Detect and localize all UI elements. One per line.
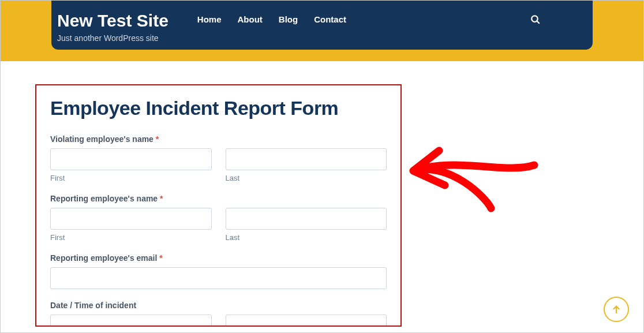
label-text: Reporting employee's email bbox=[50, 253, 157, 263]
reporting-email-input[interactable] bbox=[50, 267, 387, 289]
header-accent-bar: New Test Site Just another WordPress sit… bbox=[1, 1, 643, 61]
violating-first-input[interactable] bbox=[50, 148, 212, 170]
search-icon bbox=[530, 14, 541, 25]
site-title: New Test Site bbox=[57, 11, 169, 30]
reporting-first-input[interactable] bbox=[50, 208, 212, 230]
violating-name-group: Violating employee's name * First Last bbox=[50, 134, 387, 182]
site-tagline: Just another WordPress site bbox=[57, 33, 169, 43]
navbar: New Test Site Just another WordPress sit… bbox=[51, 1, 593, 50]
nav-about[interactable]: About bbox=[238, 14, 263, 24]
nav-blog[interactable]: Blog bbox=[279, 14, 298, 24]
incident-date-input[interactable] bbox=[50, 315, 212, 327]
form-title: Employee Incident Report Form bbox=[50, 97, 387, 119]
nav-home[interactable]: Home bbox=[197, 14, 222, 24]
reporting-name-label: Reporting employee's name * bbox=[50, 194, 387, 203]
sublabel-last: Last bbox=[226, 233, 387, 242]
incident-form: Employee Incident Report Form Violating … bbox=[35, 84, 402, 327]
arrow-up-icon bbox=[611, 304, 621, 315]
datetime-label: Date / Time of incident bbox=[50, 301, 387, 310]
sublabel-first: First bbox=[50, 233, 212, 242]
sublabel-last: Last bbox=[226, 174, 387, 182]
datetime-group: Date / Time of incident bbox=[50, 301, 387, 327]
reporting-email-label: Reporting employee's email * bbox=[50, 253, 387, 263]
incident-time-input[interactable] bbox=[226, 315, 387, 327]
reporting-last-input[interactable] bbox=[226, 208, 387, 230]
required-marker: * bbox=[156, 134, 159, 144]
nav-contact[interactable]: Contact bbox=[314, 14, 346, 24]
svg-line-1 bbox=[537, 21, 540, 24]
svg-point-0 bbox=[531, 16, 538, 22]
sublabel-first: First bbox=[50, 174, 212, 182]
violating-last-input[interactable] bbox=[226, 148, 387, 170]
search-toggle[interactable] bbox=[530, 14, 541, 27]
annotation-arrow-icon bbox=[405, 133, 543, 226]
violating-name-label: Violating employee's name * bbox=[50, 134, 387, 144]
required-marker: * bbox=[159, 253, 162, 263]
label-text: Violating employee's name bbox=[50, 134, 153, 144]
site-brand[interactable]: New Test Site Just another WordPress sit… bbox=[57, 11, 169, 43]
required-marker: * bbox=[160, 194, 163, 203]
scroll-to-top-button[interactable] bbox=[604, 297, 629, 322]
reporting-email-group: Reporting employee's email * bbox=[50, 253, 387, 289]
label-text: Reporting employee's name bbox=[50, 194, 158, 203]
reporting-name-group: Reporting employee's name * First Last bbox=[50, 194, 387, 242]
content-area: Employee Incident Report Form Violating … bbox=[1, 61, 643, 327]
nav-links: Home About Blog Contact bbox=[197, 14, 346, 24]
